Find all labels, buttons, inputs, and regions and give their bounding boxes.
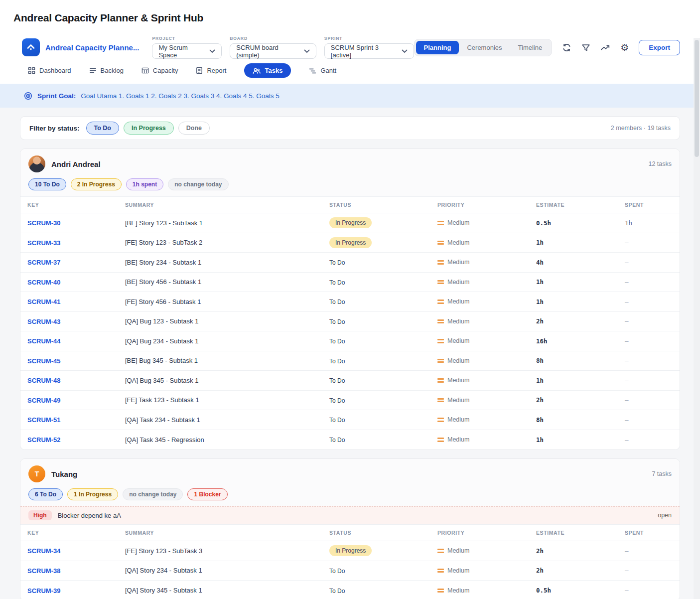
table-row[interactable]: SCRUM-49[FE] Task 123 - Subtask 1To DoMe…: [20, 391, 680, 411]
issue-key-link[interactable]: SCRUM-51: [27, 416, 60, 424]
priority-medium-icon: [437, 549, 444, 553]
priority: Medium: [437, 337, 529, 344]
filter-icon[interactable]: [581, 43, 590, 52]
badge-inprogress: 1 In Progress: [67, 488, 118, 500]
column-header: PRIORITY: [430, 530, 529, 536]
issue-key-link[interactable]: SCRUM-49: [27, 397, 60, 404]
sprint-select-group: SPRINT SCRUM Sprint 3 [active]: [324, 36, 414, 59]
issue-key-link[interactable]: SCRUM-39: [27, 587, 60, 595]
cell-key: SCRUM-52: [20, 435, 118, 444]
cell-estimate: 4h: [529, 259, 618, 266]
table-header: KEYSUMMARYSTATUSPRIORITYESTIMATESPENT: [20, 524, 680, 541]
cell-estimate: 16h: [529, 337, 618, 345]
tab-timeline[interactable]: Timeline: [510, 41, 551, 54]
cell-key: SCRUM-45: [20, 356, 118, 365]
export-button[interactable]: Export: [639, 40, 680, 55]
badge-todo: 6 To Do: [28, 488, 63, 500]
priority: Medium: [437, 397, 529, 404]
nav-item-tasks[interactable]: Tasks: [244, 63, 291, 78]
issue-key-link[interactable]: SCRUM-33: [27, 239, 60, 247]
issue-key-link[interactable]: SCRUM-37: [27, 259, 60, 266]
cell-status: To Do: [322, 317, 430, 326]
app-identity[interactable]: Andreal Capacity Planne...: [22, 38, 139, 56]
cell-key: SCRUM-30: [20, 218, 118, 227]
issue-key-link[interactable]: SCRUM-38: [27, 567, 60, 575]
table-row[interactable]: SCRUM-45[BE] Bug 345 - Subtask 1To DoMed…: [20, 351, 680, 371]
issue-key-link[interactable]: SCRUM-43: [27, 318, 60, 325]
cell-key: SCRUM-43: [20, 317, 118, 326]
filter-chip-inprogress[interactable]: In Progress: [124, 122, 174, 135]
nav-item-backlog[interactable]: Backlog: [89, 67, 124, 74]
member-card: TTukang7 tasks6 To Do1 In Progressno cha…: [20, 458, 680, 599]
table-row[interactable]: SCRUM-41[FE] Story 456 - Subtask 1To DoM…: [20, 292, 680, 312]
column-header: PRIORITY: [430, 202, 529, 208]
priority: Medium: [437, 318, 529, 325]
board-select[interactable]: SCRUM board (simple): [230, 43, 316, 59]
trend-icon[interactable]: [600, 43, 610, 52]
sprint-goal-label: Sprint Goal:: [37, 92, 76, 100]
status-text: To Do: [329, 279, 345, 286]
issue-key-link[interactable]: SCRUM-45: [27, 357, 60, 365]
member-header: TTukang7 tasks6 To Do1 In Progressno cha…: [20, 459, 680, 506]
member-title-row: Andri Andreal12 tasks: [28, 155, 672, 172]
issue-key-link[interactable]: SCRUM-34: [27, 547, 60, 555]
table-row[interactable]: SCRUM-40[BE] Story 456 - Subtask 1To DoM…: [20, 273, 680, 293]
table-row[interactable]: SCRUM-39[QA] Story 345 - Subtask 1To DoM…: [20, 581, 680, 599]
tasks-people-icon: [253, 67, 261, 74]
issue-key-link[interactable]: SCRUM-30: [27, 219, 60, 227]
issue-key-link[interactable]: SCRUM-40: [27, 279, 60, 286]
table-row[interactable]: SCRUM-48[QA] Bug 345 - Subtask 1To DoMed…: [20, 371, 680, 391]
nav-item-dashboard[interactable]: Dashboard: [28, 67, 71, 74]
cell-summary: [QA] Bug 234 - Subtask 1: [118, 337, 322, 345]
issue-key-link[interactable]: SCRUM-52: [27, 436, 60, 444]
priority: Medium: [437, 436, 529, 443]
tab-planning[interactable]: Planning: [416, 41, 459, 54]
issue-key-link[interactable]: SCRUM-48: [27, 377, 60, 384]
refresh-icon[interactable]: [562, 43, 571, 52]
filter-chip-done[interactable]: Done: [178, 122, 210, 135]
status-badge: In Progress: [329, 237, 372, 248]
nav-item-gantt[interactable]: Gantt: [309, 67, 336, 74]
table-row[interactable]: SCRUM-38[QA] Story 234 - Subtask 1To DoM…: [20, 561, 680, 581]
gear-icon[interactable]: ⚙: [620, 43, 629, 52]
table-row[interactable]: SCRUM-34[FE] Story 123 - SubTask 3In Pro…: [20, 541, 680, 561]
blocker-banner: HighBlocker depend ke aAopen: [20, 506, 680, 524]
table-row[interactable]: SCRUM-44[QA] Bug 234 - Subtask 1To DoMed…: [20, 331, 680, 351]
app-name[interactable]: Andreal Capacity Planne...: [45, 43, 139, 52]
table-header: KEYSUMMARYSTATUSPRIORITYESTIMATESPENT: [20, 196, 680, 213]
issue-key-link[interactable]: SCRUM-44: [27, 337, 60, 345]
nav-item-report[interactable]: Report: [196, 67, 226, 74]
cell-summary: [QA] Bug 345 - Subtask 1: [118, 377, 322, 384]
table-row[interactable]: SCRUM-52[QA] Task 345 - RegressionTo DoM…: [20, 430, 680, 450]
cell-summary: [BE] Story 123 - SubTask 1: [118, 219, 322, 227]
cell-estimate: 1h: [529, 298, 618, 305]
blocker-state[interactable]: open: [658, 512, 672, 519]
cell-summary: [QA] Bug 123 - Subtask 1: [118, 317, 322, 325]
table-row[interactable]: SCRUM-37[BE] Story 234 - Subtask 1To DoM…: [20, 253, 680, 273]
cell-priority: Medium: [430, 377, 529, 384]
issue-key-link[interactable]: SCRUM-41: [27, 298, 60, 305]
badge-blocker: 1 Blocker: [187, 488, 227, 500]
column-header: KEY: [20, 202, 118, 208]
dashboard-icon: [28, 67, 35, 74]
scrollbar-track[interactable]: [694, 38, 700, 599]
filter-summary: 2 members · 19 tasks: [611, 125, 671, 132]
table-row[interactable]: SCRUM-43[QA] Bug 123 - Subtask 1To DoMed…: [20, 312, 680, 332]
tab-ceremonies[interactable]: Ceremonies: [459, 41, 510, 54]
priority: Medium: [437, 416, 529, 423]
cell-estimate: 8h: [529, 357, 618, 364]
scrollbar-thumb[interactable]: [695, 40, 699, 157]
cell-estimate: 1h: [529, 278, 618, 286]
badge-spent: 1h spent: [126, 178, 163, 190]
table-row[interactable]: SCRUM-33[FE] Story 123 - SubTask 2In Pro…: [20, 233, 680, 253]
table-row[interactable]: SCRUM-30[BE] Story 123 - SubTask 1In Pro…: [20, 213, 680, 233]
project-select[interactable]: My Scrum Space: [152, 43, 222, 59]
nav-item-capacity[interactable]: Capacity: [141, 67, 178, 74]
sprint-select[interactable]: SCRUM Sprint 3 [active]: [324, 43, 414, 59]
table-row[interactable]: SCRUM-51[QA] Task 234 - Subtask 1To DoMe…: [20, 410, 680, 430]
filter-chip-todo[interactable]: To Do: [86, 122, 119, 135]
cell-priority: Medium: [430, 547, 529, 554]
cell-estimate: 1h: [529, 239, 618, 246]
cell-priority: Medium: [430, 259, 529, 266]
priority: Medium: [437, 279, 529, 286]
